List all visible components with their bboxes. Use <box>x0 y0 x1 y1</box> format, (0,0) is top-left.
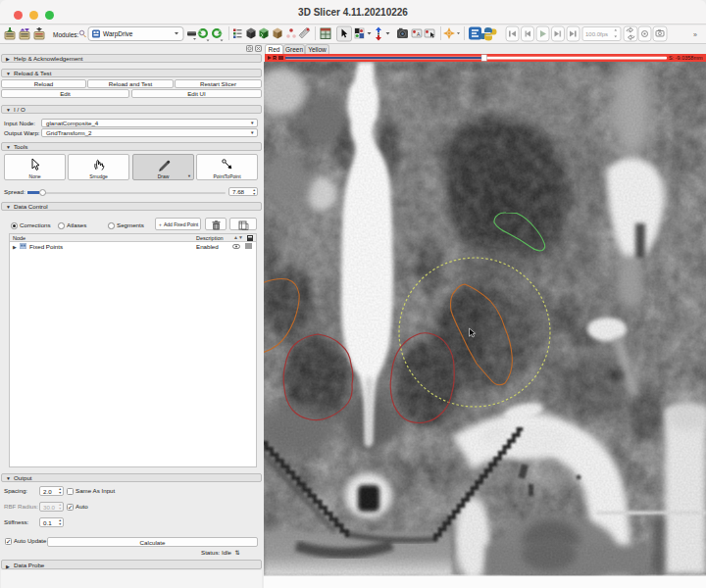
svg-text:WarpDrive: WarpDrive <box>103 30 133 38</box>
svg-text:S: -9.0358mm: S: -9.0358mm <box>669 55 703 61</box>
svg-text:Modules:: Modules: <box>53 31 79 38</box>
svg-text:R: R <box>273 55 277 61</box>
svg-text:»: » <box>693 31 697 38</box>
svg-text:100.0fps: 100.0fps <box>585 31 608 37</box>
